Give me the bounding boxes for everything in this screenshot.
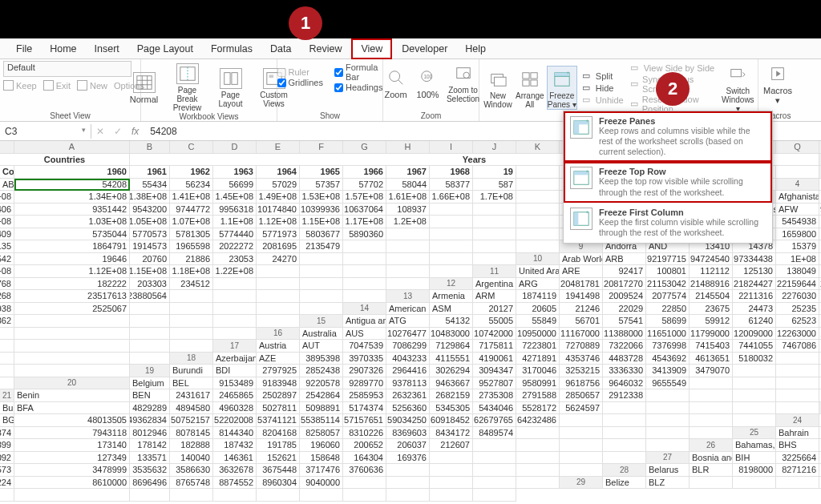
select-all-corner[interactable] [0, 141, 14, 154]
cell[interactable]: 22029 [603, 303, 646, 316]
cell[interactable]: BGD [0, 414, 14, 427]
col-header[interactable]: B [130, 141, 170, 154]
cell[interactable]: 7376998 [646, 340, 690, 353]
cell[interactable]: 8524224 [0, 477, 14, 490]
cell[interactable]: 3253215 [560, 365, 603, 377]
cell[interactable]: 125130 [733, 265, 776, 278]
cell[interactable]: Burkina Faso [0, 402, 14, 415]
cell[interactable]: 8960304 [257, 477, 300, 490]
cell[interactable] [733, 389, 776, 402]
tab-data[interactable]: Data [262, 40, 299, 58]
cell[interactable]: 53741121 [257, 414, 300, 427]
cell[interactable] [0, 353, 14, 365]
cell[interactable] [690, 477, 733, 490]
col-header[interactable]: C [170, 141, 213, 154]
col-header[interactable]: A [14, 141, 130, 154]
cell[interactable]: 1.2E+08 [386, 216, 430, 228]
cell[interactable]: 18542 [0, 253, 14, 266]
cell[interactable]: 8874552 [213, 477, 257, 490]
show-gridlines[interactable]: Gridlines [277, 78, 323, 87]
cell[interactable]: 4960328 [213, 402, 257, 415]
cell[interactable]: 1.15E+08 [300, 216, 343, 228]
cell[interactable]: 62679765 [473, 414, 516, 427]
cell[interactable]: 8204168 [257, 427, 300, 440]
cell[interactable]: 1965 [300, 166, 343, 179]
cell[interactable]: 146361 [213, 452, 257, 465]
cell[interactable]: Austria [257, 340, 300, 353]
cell[interactable] [170, 489, 213, 502]
cell[interactable]: 23517613 [14, 290, 130, 303]
cell[interactable]: 8144340 [213, 427, 257, 440]
cell[interactable]: 8310226 [343, 427, 386, 440]
cell[interactable]: 7270889 [560, 340, 603, 353]
cell[interactable]: 203303 [130, 278, 170, 291]
cell[interactable]: 1961 [130, 166, 170, 179]
cell[interactable]: 48013505 [14, 414, 130, 427]
view-page-layout[interactable]: Page Layout [211, 66, 251, 108]
cell[interactable]: BFA [14, 402, 130, 415]
cell[interactable] [213, 278, 257, 291]
cell[interactable]: 57541 [603, 315, 646, 328]
cell[interactable] [430, 204, 473, 216]
cell[interactable] [343, 290, 386, 303]
cell[interactable]: 3895398 [300, 353, 343, 365]
cell[interactable] [300, 265, 343, 278]
cell[interactable]: 3760636 [343, 464, 386, 477]
cell[interactable]: BEL [170, 377, 213, 390]
cell[interactable]: 56234 [170, 179, 213, 192]
cell[interactable]: 9543200 [130, 204, 170, 216]
cell[interactable]: 20817270 [603, 278, 646, 291]
cell[interactable] [386, 240, 430, 253]
cell[interactable]: 58377 [430, 179, 473, 192]
cell[interactable] [473, 240, 516, 253]
cell[interactable]: 169376 [386, 452, 430, 465]
row-header[interactable]: 20 [14, 377, 130, 390]
cell[interactable] [646, 414, 690, 427]
cell[interactable]: Antigua and Barbuda [343, 315, 386, 328]
cell[interactable]: 92197715 [646, 253, 690, 266]
cell[interactable] [473, 439, 516, 452]
row-header[interactable]: 29 [560, 477, 603, 490]
cell[interactable] [300, 278, 343, 291]
cell[interactable]: 5770573 [130, 228, 170, 241]
cell[interactable]: 2797925 [257, 365, 300, 377]
cell[interactable] [473, 216, 516, 228]
col-header[interactable]: D [213, 141, 257, 154]
cell[interactable] [343, 278, 386, 291]
cell[interactable]: Argentina [473, 278, 516, 291]
cell[interactable] [516, 166, 560, 179]
row-header[interactable]: 24 [776, 414, 819, 427]
cell[interactable]: 5771973 [257, 228, 300, 241]
cell[interactable]: 2502897 [257, 389, 300, 402]
cell[interactable]: 1.38E+08 [130, 191, 170, 204]
cell[interactable]: 1.53E+08 [300, 191, 343, 204]
cell[interactable]: 1814135 [0, 240, 14, 253]
col-header[interactable]: F [300, 141, 343, 154]
cell[interactable]: 19 [473, 166, 516, 179]
cell[interactable]: 3225664 [776, 452, 819, 465]
cell[interactable]: 8610000 [14, 477, 130, 490]
cell[interactable]: Bosnia and Herzegovina [690, 452, 733, 465]
cell[interactable]: 1.07E+08 [170, 216, 213, 228]
cell[interactable] [170, 303, 213, 316]
cell[interactable]: 8434172 [430, 427, 473, 440]
cell[interactable]: 24270 [257, 253, 300, 266]
cell[interactable] [690, 402, 733, 415]
cell[interactable]: 3717476 [300, 464, 343, 477]
cell[interactable]: 2912338 [603, 389, 646, 402]
cell[interactable]: 5803677 [300, 228, 343, 241]
cell[interactable]: 173140 [14, 439, 130, 452]
cell[interactable]: 25235 [776, 303, 819, 316]
cell[interactable] [473, 452, 516, 465]
cell[interactable]: 8012946 [130, 427, 170, 440]
cell[interactable]: 2964416 [386, 365, 430, 377]
cell[interactable] [603, 402, 646, 415]
cell[interactable]: 21824427 [733, 278, 776, 291]
cell[interactable] [776, 477, 819, 490]
freeze-panes-option[interactable]: ＊ Freeze PanesKeep rows and columns visi… [564, 111, 772, 162]
cell[interactable]: 1.57E+08 [343, 191, 386, 204]
row-header[interactable]: 25 [733, 427, 776, 440]
cell[interactable] [386, 253, 430, 266]
cell[interactable]: 2276030 [776, 290, 819, 303]
cell[interactable]: 21488916 [690, 278, 733, 291]
